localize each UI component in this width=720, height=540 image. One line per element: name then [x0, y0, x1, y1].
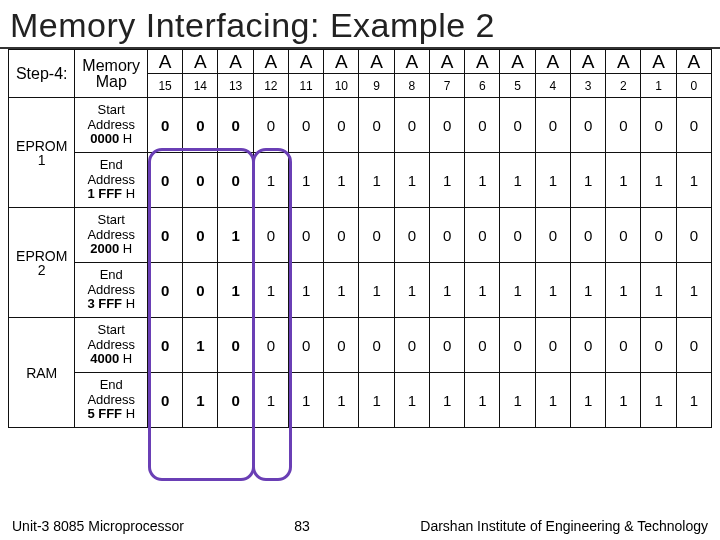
- bit-index: 3: [570, 74, 605, 98]
- bit-header: A: [359, 50, 394, 74]
- bit-cell: 0: [641, 98, 676, 153]
- bit-cell: 0: [429, 98, 464, 153]
- bit-cell: 1: [394, 373, 429, 428]
- bit-cell: 0: [288, 98, 323, 153]
- bit-cell: 1: [429, 153, 464, 208]
- bit-cell: 0: [570, 98, 605, 153]
- footer: Unit-3 8085 Microprocessor 83 Darshan In…: [0, 518, 720, 534]
- bit-header: A: [324, 50, 359, 74]
- bit-cell: 0: [570, 208, 605, 263]
- bit-cell: 0: [676, 208, 711, 263]
- bit-index: 14: [183, 74, 218, 98]
- bit-header: A: [288, 50, 323, 74]
- step-label: Step-4:: [9, 50, 75, 98]
- bit-index: 10: [324, 74, 359, 98]
- bit-cell: 1: [288, 263, 323, 318]
- block-name: RAM: [9, 318, 75, 428]
- bit-cell: 1: [606, 153, 641, 208]
- bit-cell: 0: [147, 153, 182, 208]
- bit-cell: 0: [394, 98, 429, 153]
- bit-cell: 1: [465, 263, 500, 318]
- bit-cell: 1: [641, 153, 676, 208]
- bit-cell: 0: [183, 98, 218, 153]
- bit-cell: 1: [500, 373, 535, 428]
- bit-cell: 1: [606, 263, 641, 318]
- bit-cell: 0: [429, 208, 464, 263]
- bit-cell: 0: [288, 318, 323, 373]
- bit-cell: 1: [359, 263, 394, 318]
- bit-cell: 0: [218, 98, 253, 153]
- bit-cell: 0: [183, 153, 218, 208]
- bit-header: A: [641, 50, 676, 74]
- bit-cell: 0: [359, 208, 394, 263]
- bit-cell: 1: [500, 153, 535, 208]
- bit-cell: 0: [641, 208, 676, 263]
- bit-header: A: [218, 50, 253, 74]
- bit-header: A: [253, 50, 288, 74]
- bit-cell: 0: [570, 318, 605, 373]
- bit-cell: 0: [147, 263, 182, 318]
- bit-cell: 0: [253, 318, 288, 373]
- table-container: Step-4:MemoryMapAAAAAAAAAAAAAAAA15141312…: [0, 49, 720, 428]
- bit-header: A: [535, 50, 570, 74]
- bit-index: 5: [500, 74, 535, 98]
- bit-cell: 0: [500, 318, 535, 373]
- bit-index: 2: [606, 74, 641, 98]
- addr-desc: StartAddress0000 H: [75, 98, 148, 153]
- addr-desc: EndAddress1 FFF H: [75, 153, 148, 208]
- bit-cell: 1: [288, 373, 323, 428]
- bit-index: 1: [641, 74, 676, 98]
- bit-cell: 0: [218, 318, 253, 373]
- bit-cell: 0: [465, 208, 500, 263]
- bit-index: 4: [535, 74, 570, 98]
- bit-index: 15: [147, 74, 182, 98]
- addr-desc: EndAddress3 FFF H: [75, 263, 148, 318]
- bit-cell: 1: [641, 263, 676, 318]
- memory-map-table: Step-4:MemoryMapAAAAAAAAAAAAAAAA15141312…: [8, 49, 712, 428]
- bit-cell: 0: [394, 208, 429, 263]
- bit-cell: 0: [324, 98, 359, 153]
- bit-cell: 1: [606, 373, 641, 428]
- bit-cell: 1: [253, 263, 288, 318]
- bit-cell: 1: [218, 208, 253, 263]
- bit-header: A: [606, 50, 641, 74]
- bit-cell: 0: [676, 318, 711, 373]
- footer-page: 83: [184, 518, 420, 534]
- bit-cell: 1: [676, 153, 711, 208]
- bit-header: A: [500, 50, 535, 74]
- footer-left: Unit-3 8085 Microprocessor: [12, 518, 184, 534]
- bit-cell: 0: [535, 208, 570, 263]
- bit-index: 6: [465, 74, 500, 98]
- bit-cell: 1: [570, 373, 605, 428]
- bit-cell: 1: [359, 373, 394, 428]
- bit-cell: 1: [394, 263, 429, 318]
- bit-cell: 0: [359, 318, 394, 373]
- footer-right: Darshan Institute of Engineering & Techn…: [420, 518, 708, 534]
- bit-cell: 0: [676, 98, 711, 153]
- bit-cell: 1: [465, 153, 500, 208]
- bit-cell: 0: [147, 208, 182, 263]
- bit-cell: 0: [324, 318, 359, 373]
- bit-cell: 0: [359, 98, 394, 153]
- bit-cell: 0: [606, 208, 641, 263]
- bit-cell: 1: [500, 263, 535, 318]
- bit-cell: 0: [218, 373, 253, 428]
- bit-header: A: [147, 50, 182, 74]
- bit-index: 11: [288, 74, 323, 98]
- bit-header: A: [465, 50, 500, 74]
- bit-cell: 1: [676, 373, 711, 428]
- bit-index: 7: [429, 74, 464, 98]
- bit-cell: 1: [676, 263, 711, 318]
- bit-cell: 0: [253, 98, 288, 153]
- addr-desc: EndAddress5 FFF H: [75, 373, 148, 428]
- bit-cell: 1: [429, 263, 464, 318]
- bit-cell: 0: [147, 373, 182, 428]
- bit-index: 12: [253, 74, 288, 98]
- bit-cell: 0: [606, 318, 641, 373]
- bit-cell: 1: [394, 153, 429, 208]
- bit-cell: 1: [183, 318, 218, 373]
- bit-cell: 1: [218, 263, 253, 318]
- addr-desc: StartAddress2000 H: [75, 208, 148, 263]
- bit-cell: 0: [465, 98, 500, 153]
- bit-cell: 1: [253, 373, 288, 428]
